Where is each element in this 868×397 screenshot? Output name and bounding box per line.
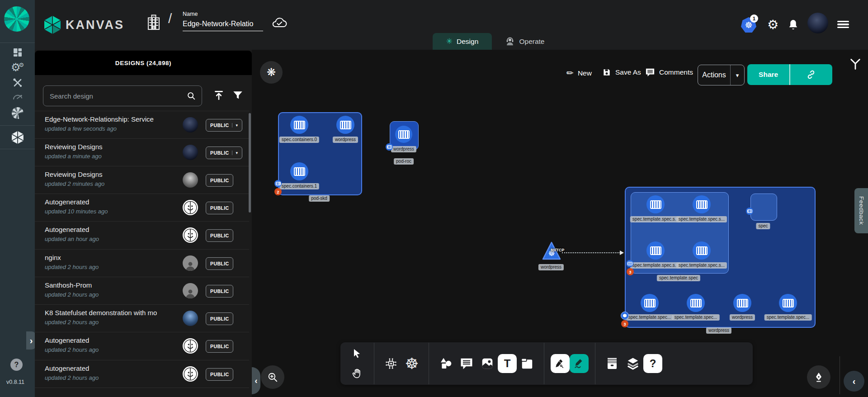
freehand-draw-tool[interactable] xyxy=(570,354,589,373)
pan-hand-tool[interactable] xyxy=(347,365,368,382)
shapes-tool[interactable] xyxy=(435,353,456,374)
node-template-container-0[interactable] xyxy=(646,195,665,213)
node-template-container-2[interactable] xyxy=(646,241,665,260)
image-tool[interactable] xyxy=(477,353,498,374)
node-spec-template-spec[interactable] xyxy=(631,192,729,274)
design-owner-avatar xyxy=(183,117,198,132)
import-design-icon[interactable] xyxy=(213,90,225,101)
user-avatar[interactable] xyxy=(807,13,828,33)
select-cursor-tool[interactable] xyxy=(347,345,368,362)
visibility-badge[interactable]: PUBLIC xyxy=(206,174,233,187)
visibility-badge[interactable]: PUBLIC xyxy=(206,202,233,214)
node-label: spec.containers.1 xyxy=(279,183,319,189)
actions-label: Actions xyxy=(698,71,730,79)
node-pod-3[interactable] xyxy=(779,294,797,312)
visibility-badge[interactable]: PUBLIC xyxy=(206,257,233,270)
share-split-button[interactable]: Share xyxy=(747,64,832,85)
error-count-badge[interactable]: 2 xyxy=(274,188,282,195)
k8s-context-switcher[interactable]: ☸ 1 xyxy=(741,17,756,33)
design-list-item[interactable]: Autogenerated updated 10 minutes ago PUB… xyxy=(35,194,249,222)
visibility-badge[interactable]: PUBLIC xyxy=(206,368,233,381)
sidebar-item-configuration[interactable] xyxy=(0,77,35,88)
feedback-tab[interactable]: Feedback xyxy=(854,188,868,233)
design-list-item[interactable]: Reviewing Designs updated a minute ago P… xyxy=(35,138,249,166)
cluster-snapshot-button[interactable]: ❋ xyxy=(260,61,283,84)
copy-link-button[interactable] xyxy=(790,70,832,80)
new-design-button[interactable]: ✏ New xyxy=(566,68,592,78)
error-count-badge[interactable]: 3 xyxy=(621,320,628,327)
design-list-item[interactable]: Reviewing Designs updated 2 minutes ago … xyxy=(35,166,249,194)
node-pod-2[interactable] xyxy=(733,294,751,312)
node-template-container-3[interactable] xyxy=(693,241,711,260)
node-container-spec-containers-0[interactable] xyxy=(290,116,308,134)
node-container-wordpress-2[interactable] xyxy=(395,126,412,143)
annotation-pen-button[interactable] xyxy=(807,365,830,389)
actions-caret-icon[interactable]: ▾ xyxy=(731,72,744,79)
visibility-badge[interactable]: PUBLIC xyxy=(206,312,233,325)
design-name-input[interactable] xyxy=(183,20,263,31)
note-tool[interactable] xyxy=(517,353,538,374)
deployment-badge-icon[interactable] xyxy=(621,312,629,320)
design-title: Santhosh-Prom xyxy=(45,281,92,289)
sidebar-item-extensions[interactable] xyxy=(0,107,35,119)
edge-service-to-deployment[interactable] xyxy=(562,252,623,253)
node-pod-0[interactable] xyxy=(641,294,659,312)
drawer-tool[interactable] xyxy=(602,353,623,374)
design-list-item[interactable]: Edge-Network-Relationship: Service updat… xyxy=(35,111,249,139)
node-spec[interactable] xyxy=(750,194,777,221)
settings-gear-icon[interactable]: ⚙ xyxy=(767,17,778,32)
toolbar-help-button[interactable]: ? xyxy=(643,354,662,373)
sidebar-item-kanvas[interactable] xyxy=(0,131,35,144)
sidebar-item-lifecycle[interactable]: ⚙ ⚙ xyxy=(0,62,35,73)
design-list-item[interactable]: Autogenerated updated 2 hours ago PUBLIC xyxy=(35,332,249,360)
collapse-panel-button[interactable]: ‹ xyxy=(252,367,260,394)
filter-icon[interactable] xyxy=(232,90,244,101)
pod-badge-icon[interactable] xyxy=(386,143,393,151)
design-search-box xyxy=(43,85,202,106)
visibility-badge[interactable]: PUBLIC xyxy=(206,340,233,353)
design-title: Autogenerated xyxy=(45,226,89,233)
notifications-bell-icon[interactable] xyxy=(788,19,799,31)
comments-button[interactable]: Comments xyxy=(645,68,693,77)
zoom-in-button[interactable] xyxy=(261,365,284,389)
node-pod-1[interactable] xyxy=(687,294,705,312)
actions-split-button[interactable]: Actions ▾ xyxy=(698,65,745,85)
organization-icon[interactable] xyxy=(146,14,162,32)
pod-badge-icon[interactable] xyxy=(746,208,753,215)
help-button[interactable]: ? xyxy=(10,359,23,371)
text-tool[interactable]: T xyxy=(498,354,517,373)
visibility-badge[interactable]: PUBLIC xyxy=(206,229,233,242)
tab-operate[interactable]: Operate xyxy=(494,33,556,50)
kubernetes-tool[interactable]: ☸ xyxy=(401,353,422,374)
tab-design[interactable]: ✳ Design xyxy=(433,33,492,50)
search-icon[interactable] xyxy=(186,91,196,101)
design-list-item[interactable]: Santhosh-Prom updated 2 hours ago PUBLIC xyxy=(35,277,249,305)
design-list-item[interactable]: Autogenerated updated 2 hours ago PUBLIC xyxy=(35,360,249,388)
menu-hamburger-icon[interactable] xyxy=(837,19,849,30)
design-search-input[interactable] xyxy=(43,92,186,100)
save-as-button[interactable]: Save As xyxy=(602,68,641,77)
node-label: wordpress xyxy=(333,137,358,143)
collapse-right-dock-button[interactable]: ‹ xyxy=(844,371,864,392)
sidebar-item-performance[interactable] xyxy=(0,92,35,102)
components-tool[interactable] xyxy=(381,353,401,374)
design-list-item[interactable]: nginx updated 2 hours ago PUBLIC xyxy=(35,249,249,277)
node-container-spec-containers-1[interactable] xyxy=(290,162,308,180)
panel-scrollbar[interactable] xyxy=(249,113,251,213)
layers-tool[interactable] xyxy=(623,353,643,374)
meshery-logo[interactable] xyxy=(4,6,29,32)
visibility-select[interactable]: PUBLIC ▾ xyxy=(206,119,242,132)
pen-tool[interactable] xyxy=(551,354,570,373)
node-container-wordpress[interactable] xyxy=(336,116,354,134)
design-list-item[interactable]: K8 Statefulset demonstration with mo upd… xyxy=(35,304,249,332)
visibility-select[interactable]: PUBLIC ▾ xyxy=(206,147,242,159)
node-template-container-1[interactable] xyxy=(693,195,711,213)
visibility-badge[interactable]: PUBLIC xyxy=(206,285,233,298)
error-count-badge[interactable]: 3 xyxy=(627,268,634,275)
workflow-y-icon[interactable] xyxy=(849,58,862,71)
pod-badge-icon[interactable] xyxy=(626,260,633,267)
pod-badge-icon[interactable] xyxy=(274,180,282,187)
sidebar-item-dashboard[interactable] xyxy=(0,47,35,58)
design-list-item[interactable]: Autogenerated updated an hour ago PUBLIC xyxy=(35,221,249,249)
comment-tool[interactable] xyxy=(456,353,477,374)
